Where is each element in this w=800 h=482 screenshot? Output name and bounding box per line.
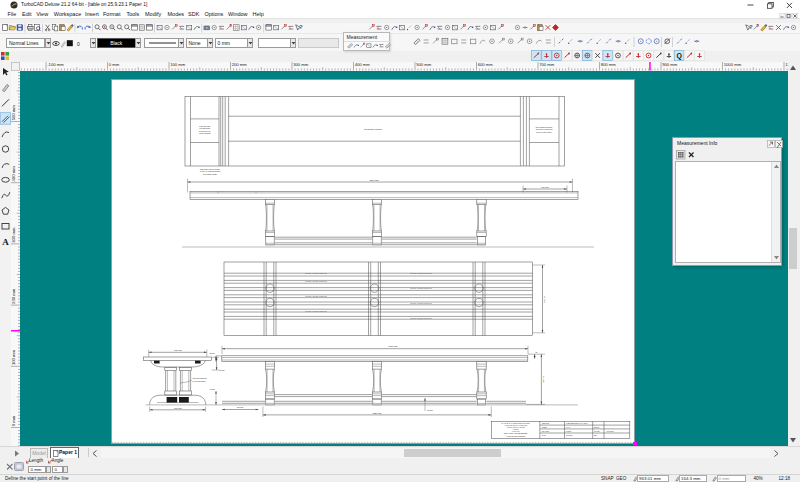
svg-text:400 mm: 400 mm xyxy=(355,62,371,67)
svg-text:?: ? xyxy=(749,24,753,30)
svg-text:1000 mm: 1000 mm xyxy=(724,62,742,67)
svg-text:DRG No: DRG No xyxy=(594,427,599,428)
svg-text:AS SHOWN: AS SHOWN xyxy=(606,430,614,432)
svg-text:500 mm: 500 mm xyxy=(11,104,16,120)
svg-text:1800 mm: 1800 mm xyxy=(369,179,379,181)
svg-text:-100 mm: -100 mm xyxy=(47,62,64,67)
svg-text:1750 mm: 1750 mm xyxy=(388,345,398,347)
svg-text:75 mm: 75 mm xyxy=(219,369,225,371)
svg-text:65 mm x 75 mm centre rail: 65 mm x 75 mm centre rail xyxy=(410,317,432,319)
svg-text:150 mm: 150 mm xyxy=(237,406,244,408)
svg-text:65 mm x 75 mm centre rail: 65 mm x 75 mm centre rail xyxy=(305,280,327,282)
svg-text:600 mm: 600 mm xyxy=(543,295,545,303)
svg-text:100 mm: 100 mm xyxy=(170,62,186,67)
svg-text:30 mm: 30 mm xyxy=(209,352,215,354)
svg-text:200 mm: 200 mm xyxy=(11,288,16,304)
svg-text:DATE: DATE xyxy=(542,434,546,436)
svg-text:A: A xyxy=(2,237,9,247)
svg-text:65 mm x 75 mm centre rail: 65 mm x 75 mm centre rail xyxy=(410,287,432,289)
svg-text:at all post frames: at all post frames xyxy=(193,380,206,382)
svg-text:TABLE REFECTORY OAK 6 SEAT: TABLE REFECTORY OAK 6 SEAT xyxy=(566,422,588,424)
svg-text:65 mm x 75 mm centre rail: 65 mm x 75 mm centre rail xyxy=(305,310,327,312)
svg-text:SCALES: SCALES xyxy=(594,430,600,432)
svg-text:TABLES: TABLES xyxy=(513,428,519,430)
svg-text:REV: REV xyxy=(594,435,597,436)
svg-text:?: ? xyxy=(299,24,303,30)
svg-text:300 mm: 300 mm xyxy=(11,227,16,243)
svg-text:600 mm: 600 mm xyxy=(478,62,494,67)
svg-text:65 mm x 75 mm centre rail: 65 mm x 75 mm centre rail xyxy=(305,295,327,297)
svg-text:set of this length: set of this length xyxy=(203,173,217,175)
svg-text:HANDMADE FINE OAK FURNITURE: HANDMADE FINE OAK FURNITURE xyxy=(504,424,527,426)
svg-text:ANTIQUATED OAK DINING: ANTIQUATED OAK DINING xyxy=(506,426,526,428)
svg-text:P Martin: P Martin xyxy=(566,430,571,432)
svg-text:500 mm: 500 mm xyxy=(416,62,432,67)
svg-text:200 mm: 200 mm xyxy=(232,62,248,67)
svg-text:450 mm: 450 mm xyxy=(542,375,544,383)
svg-text:800 mm: 800 mm xyxy=(601,62,617,67)
svg-text:1520 mm: 1520 mm xyxy=(372,412,381,414)
svg-text:300 mm: 300 mm xyxy=(293,62,309,67)
svg-text:THE BARN: THE BARN xyxy=(512,430,520,432)
svg-text:65 mm x 75 mm centre rail: 65 mm x 75 mm centre rail xyxy=(305,272,327,274)
svg-text:end of boards: end of boards xyxy=(199,132,211,134)
svg-text:DRAWN BY: DRAWN BY xyxy=(542,430,550,432)
svg-text:65 mm x 75 mm centre rail: 65 mm x 75 mm centre rail xyxy=(410,302,432,304)
svg-text:0 mm: 0 mm xyxy=(11,415,16,426)
svg-text:CLIENT: CLIENT xyxy=(542,427,547,428)
svg-text:700 mm: 700 mm xyxy=(539,62,555,67)
svg-text:30: 30 xyxy=(536,351,538,353)
svg-text:Sept 2023: Sept 2023 xyxy=(566,434,573,436)
svg-text:757 mm: 757 mm xyxy=(174,349,182,351)
svg-text:© Copyright and reproduction: © Copyright and reproduction xyxy=(506,435,526,437)
svg-text:JOB TITLE: JOB TITLE xyxy=(542,423,549,424)
svg-text:Q: Q xyxy=(676,52,682,60)
svg-text:400 mm: 400 mm xyxy=(11,165,16,181)
svg-text:EAGLE OAK REPRODUCTIONS: EAGLE OAK REPRODUCTIONS xyxy=(502,422,531,424)
svg-text:900 mm: 900 mm xyxy=(662,62,678,67)
svg-text:FOUR ACRE FARM BOURNE END: FOUR ACRE FARM BOURNE END xyxy=(504,432,529,434)
svg-text:0 mm: 0 mm xyxy=(109,62,120,67)
svg-text:100 mm: 100 mm xyxy=(11,349,16,365)
svg-text:300 mm: 300 mm xyxy=(541,186,549,188)
svg-text:40 mm: 40 mm xyxy=(209,388,215,390)
svg-text:R A W: R A W xyxy=(566,426,571,428)
svg-text:Flat boards if possible: Flat boards if possible xyxy=(364,128,382,130)
svg-text:65 mm x 75 mm centre rail: 65 mm x 75 mm centre rail xyxy=(410,272,432,274)
svg-text:75 mm: 75 mm xyxy=(427,409,433,411)
svg-text:0: 0 xyxy=(77,41,80,47)
svg-text:500 mm: 500 mm xyxy=(174,407,182,409)
svg-text:seen up the profile: seen up the profile xyxy=(536,131,552,133)
